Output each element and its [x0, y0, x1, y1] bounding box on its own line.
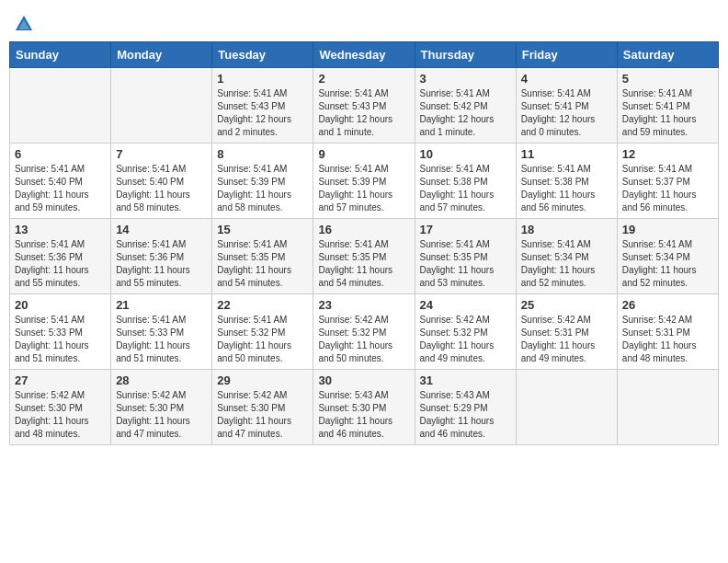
calendar-cell: 24Sunrise: 5:42 AM Sunset: 5:32 PM Dayli…: [415, 294, 516, 370]
day-number: 24: [420, 298, 511, 312]
day-detail: Sunrise: 5:42 AM Sunset: 5:30 PM Dayligh…: [116, 389, 207, 441]
day-detail: Sunrise: 5:42 AM Sunset: 5:31 PM Dayligh…: [622, 314, 713, 365]
day-number: 23: [318, 298, 409, 312]
calendar-cell: 9Sunrise: 5:41 AM Sunset: 5:39 PM Daylig…: [313, 144, 415, 219]
calendar-table: SundayMondayTuesdayWednesdayThursdayFrid…: [9, 41, 719, 445]
day-detail: Sunrise: 5:41 AM Sunset: 5:43 PM Dayligh…: [217, 87, 308, 139]
calendar-cell: 12Sunrise: 5:41 AM Sunset: 5:37 PM Dayli…: [617, 144, 718, 219]
day-number: 13: [15, 223, 106, 236]
day-number: 2: [318, 72, 409, 86]
weekday-header-friday: Friday: [516, 42, 617, 68]
day-number: 31: [420, 373, 511, 387]
day-detail: Sunrise: 5:41 AM Sunset: 5:35 PM Dayligh…: [318, 238, 409, 290]
day-detail: Sunrise: 5:41 AM Sunset: 5:40 PM Dayligh…: [116, 163, 207, 214]
day-number: 26: [622, 298, 713, 312]
day-number: 21: [116, 298, 207, 312]
weekday-header-saturday: Saturday: [617, 42, 718, 68]
weekday-header-monday: Monday: [111, 42, 212, 68]
calendar-cell: 2Sunrise: 5:41 AM Sunset: 5:43 PM Daylig…: [313, 68, 415, 144]
calendar-cell: 10Sunrise: 5:41 AM Sunset: 5:38 PM Dayli…: [415, 144, 516, 219]
calendar-cell: 28Sunrise: 5:42 AM Sunset: 5:30 PM Dayli…: [111, 370, 212, 445]
calendar-cell: [10, 68, 111, 144]
calendar-cell: 29Sunrise: 5:42 AM Sunset: 5:30 PM Dayli…: [212, 370, 313, 445]
calendar-cell: 25Sunrise: 5:42 AM Sunset: 5:31 PM Dayli…: [516, 294, 617, 370]
day-detail: Sunrise: 5:41 AM Sunset: 5:32 PM Dayligh…: [217, 314, 308, 365]
day-detail: Sunrise: 5:41 AM Sunset: 5:41 PM Dayligh…: [521, 87, 612, 139]
calendar-cell: 15Sunrise: 5:41 AM Sunset: 5:35 PM Dayli…: [212, 219, 313, 294]
calendar-cell: 8Sunrise: 5:41 AM Sunset: 5:39 PM Daylig…: [212, 144, 313, 219]
calendar-week-row: 6Sunrise: 5:41 AM Sunset: 5:40 PM Daylig…: [10, 144, 719, 219]
day-detail: Sunrise: 5:43 AM Sunset: 5:30 PM Dayligh…: [318, 389, 409, 441]
day-number: 17: [420, 223, 511, 236]
calendar-cell: 6Sunrise: 5:41 AM Sunset: 5:40 PM Daylig…: [10, 144, 111, 219]
calendar-cell: 27Sunrise: 5:42 AM Sunset: 5:30 PM Dayli…: [10, 370, 111, 445]
day-detail: Sunrise: 5:42 AM Sunset: 5:32 PM Dayligh…: [318, 314, 409, 365]
calendar-cell: 14Sunrise: 5:41 AM Sunset: 5:36 PM Dayli…: [111, 219, 212, 294]
day-number: 25: [521, 298, 612, 312]
day-detail: Sunrise: 5:42 AM Sunset: 5:32 PM Dayligh…: [420, 314, 511, 365]
day-number: 3: [420, 72, 511, 86]
calendar-week-row: 20Sunrise: 5:41 AM Sunset: 5:33 PM Dayli…: [10, 294, 719, 370]
day-number: 4: [521, 72, 612, 86]
day-number: 9: [318, 147, 409, 161]
calendar-cell: 11Sunrise: 5:41 AM Sunset: 5:38 PM Dayli…: [516, 144, 617, 219]
calendar-cell: 5Sunrise: 5:41 AM Sunset: 5:41 PM Daylig…: [617, 68, 718, 144]
day-number: 1: [217, 72, 308, 86]
day-detail: Sunrise: 5:42 AM Sunset: 5:30 PM Dayligh…: [217, 389, 308, 441]
weekday-header-tuesday: Tuesday: [212, 42, 313, 68]
day-number: 19: [622, 223, 713, 236]
weekday-header-thursday: Thursday: [415, 42, 516, 68]
calendar-cell: [617, 370, 718, 445]
day-number: 11: [521, 147, 612, 161]
day-detail: Sunrise: 5:41 AM Sunset: 5:34 PM Dayligh…: [521, 238, 612, 290]
calendar-cell: 4Sunrise: 5:41 AM Sunset: 5:41 PM Daylig…: [516, 68, 617, 144]
day-number: 16: [318, 223, 409, 236]
day-detail: Sunrise: 5:42 AM Sunset: 5:31 PM Dayligh…: [521, 314, 612, 365]
day-number: 20: [15, 298, 106, 312]
day-detail: Sunrise: 5:41 AM Sunset: 5:43 PM Dayligh…: [318, 87, 409, 139]
day-detail: Sunrise: 5:41 AM Sunset: 5:38 PM Dayligh…: [521, 163, 612, 214]
calendar-cell: 19Sunrise: 5:41 AM Sunset: 5:34 PM Dayli…: [617, 219, 718, 294]
day-detail: Sunrise: 5:43 AM Sunset: 5:29 PM Dayligh…: [420, 389, 511, 441]
calendar-cell: 13Sunrise: 5:41 AM Sunset: 5:36 PM Dayli…: [10, 219, 111, 294]
day-number: 22: [217, 298, 308, 312]
day-number: 30: [318, 373, 409, 387]
calendar-cell: 30Sunrise: 5:43 AM Sunset: 5:30 PM Dayli…: [313, 370, 415, 445]
day-detail: Sunrise: 5:41 AM Sunset: 5:34 PM Dayligh…: [622, 238, 713, 290]
day-detail: Sunrise: 5:41 AM Sunset: 5:40 PM Dayligh…: [15, 163, 106, 214]
day-detail: Sunrise: 5:41 AM Sunset: 5:36 PM Dayligh…: [116, 238, 207, 290]
calendar-cell: 21Sunrise: 5:41 AM Sunset: 5:33 PM Dayli…: [111, 294, 212, 370]
calendar-cell: 7Sunrise: 5:41 AM Sunset: 5:40 PM Daylig…: [111, 144, 212, 219]
day-number: 8: [217, 147, 308, 161]
calendar-week-row: 27Sunrise: 5:42 AM Sunset: 5:30 PM Dayli…: [10, 370, 719, 445]
calendar-cell: 17Sunrise: 5:41 AM Sunset: 5:35 PM Dayli…: [415, 219, 516, 294]
day-detail: Sunrise: 5:41 AM Sunset: 5:33 PM Dayligh…: [116, 314, 207, 365]
calendar-cell: 18Sunrise: 5:41 AM Sunset: 5:34 PM Dayli…: [516, 219, 617, 294]
calendar-week-row: 1Sunrise: 5:41 AM Sunset: 5:43 PM Daylig…: [10, 68, 719, 144]
day-number: 6: [15, 147, 106, 161]
calendar-header-row: SundayMondayTuesdayWednesdayThursdayFrid…: [10, 42, 719, 68]
day-number: 5: [622, 72, 713, 86]
calendar-cell: 31Sunrise: 5:43 AM Sunset: 5:29 PM Dayli…: [415, 370, 516, 445]
day-detail: Sunrise: 5:41 AM Sunset: 5:37 PM Dayligh…: [622, 163, 713, 214]
day-detail: Sunrise: 5:41 AM Sunset: 5:42 PM Dayligh…: [420, 87, 511, 139]
logo: [14, 14, 36, 34]
day-detail: Sunrise: 5:41 AM Sunset: 5:39 PM Dayligh…: [318, 163, 409, 214]
day-number: 12: [622, 147, 713, 161]
day-detail: Sunrise: 5:41 AM Sunset: 5:41 PM Dayligh…: [622, 87, 713, 139]
calendar-cell: 20Sunrise: 5:41 AM Sunset: 5:33 PM Dayli…: [10, 294, 111, 370]
calendar-cell: [516, 370, 617, 445]
day-number: 15: [217, 223, 308, 236]
day-detail: Sunrise: 5:41 AM Sunset: 5:35 PM Dayligh…: [217, 238, 308, 290]
calendar-cell: 23Sunrise: 5:42 AM Sunset: 5:32 PM Dayli…: [313, 294, 415, 370]
calendar-cell: 1Sunrise: 5:41 AM Sunset: 5:43 PM Daylig…: [212, 68, 313, 144]
calendar-cell: 22Sunrise: 5:41 AM Sunset: 5:32 PM Dayli…: [212, 294, 313, 370]
calendar-week-row: 13Sunrise: 5:41 AM Sunset: 5:36 PM Dayli…: [10, 219, 719, 294]
day-detail: Sunrise: 5:41 AM Sunset: 5:35 PM Dayligh…: [420, 238, 511, 290]
day-detail: Sunrise: 5:42 AM Sunset: 5:30 PM Dayligh…: [15, 389, 106, 441]
weekday-header-wednesday: Wednesday: [313, 42, 415, 68]
day-detail: Sunrise: 5:41 AM Sunset: 5:38 PM Dayligh…: [420, 163, 511, 214]
day-detail: Sunrise: 5:41 AM Sunset: 5:36 PM Dayligh…: [15, 238, 106, 290]
weekday-header-sunday: Sunday: [10, 42, 111, 68]
day-detail: Sunrise: 5:41 AM Sunset: 5:39 PM Dayligh…: [217, 163, 308, 214]
